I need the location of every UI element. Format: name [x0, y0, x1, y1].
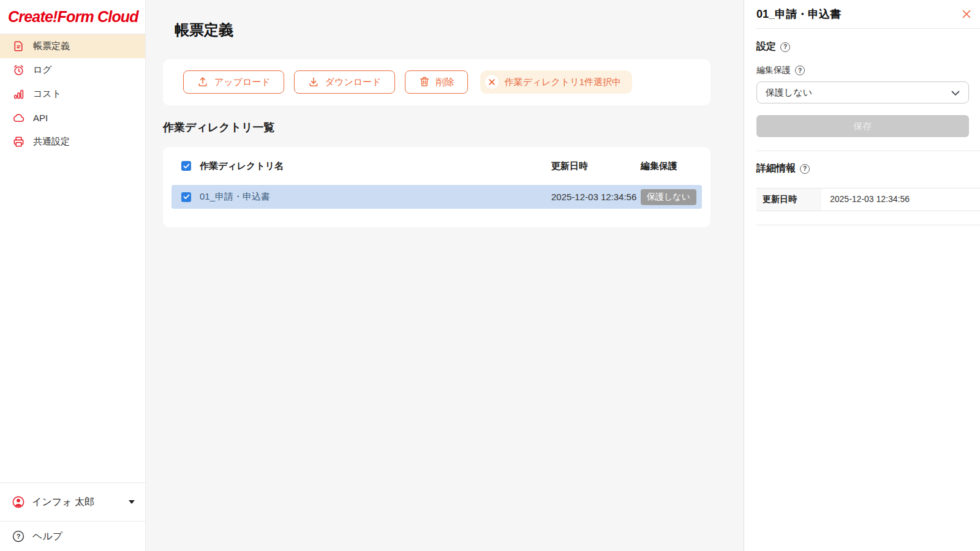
help-link[interactable]: ? ヘルプ	[0, 521, 145, 551]
details-row-label: 更新日時	[756, 189, 821, 211]
select-all-checkbox[interactable]	[181, 161, 191, 171]
detail-panel-header: 01_申請・申込書	[756, 0, 980, 29]
sidebar-item-form-definition[interactable]: 帳票定義	[0, 34, 145, 58]
sidebar-item-label: API	[33, 113, 48, 123]
detail-panel-title: 01_申請・申込書	[756, 7, 841, 21]
download-button-label: ダウンロード	[325, 77, 382, 88]
help-circle-icon: ?	[12, 530, 25, 543]
sidebar-item-cost[interactable]: コスト	[0, 82, 145, 106]
delete-button-label: 削除	[436, 77, 454, 88]
download-icon	[307, 75, 320, 89]
settings-heading: 設定	[756, 40, 776, 53]
sidebar-item-label: 帳票定義	[33, 40, 70, 52]
section-title: 作業ディレクトリ一覧	[163, 121, 744, 135]
save-button[interactable]: 保存	[756, 115, 969, 137]
svg-text:?: ?	[17, 533, 21, 540]
details-section: 詳細情報 ?	[756, 162, 980, 175]
divider	[756, 151, 980, 151]
sidebar-item-log[interactable]: ログ	[0, 58, 145, 82]
alarm-clock-icon	[12, 64, 25, 77]
selection-chip: 作業ディレクトリ1件選択中	[480, 70, 632, 94]
caret-down-icon	[129, 500, 135, 504]
sidebar-nav: 帳票定義 ログ	[0, 34, 145, 154]
chevron-down-icon	[951, 88, 960, 98]
document-icon	[12, 40, 25, 53]
app-logo[interactable]: Create!Form Cloud	[8, 8, 138, 26]
detail-panel: 01_申請・申込書 設定 ? 編集保護 ? 保護しない	[744, 0, 980, 551]
protection-select-value: 保護しない	[766, 87, 812, 99]
details-table: 更新日時 2025-12-03 12:34:56	[756, 188, 980, 211]
column-header-protection: 編集保護	[641, 160, 702, 172]
protection-select[interactable]: 保護しない	[756, 81, 969, 103]
user-avatar-icon	[12, 496, 25, 509]
app-root: Create!Form Cloud 帳票定義	[0, 0, 980, 551]
printer-icon	[12, 135, 25, 148]
sidebar-bottom: インフォ 太郎 ? ヘルプ	[0, 482, 145, 551]
user-menu[interactable]: インフォ 太郎	[0, 482, 145, 521]
working-directory-table: 作業ディレクトリ名 更新日時 編集保護 01_申請・申込書 2025-12-03…	[163, 147, 710, 227]
selection-chip-label: 作業ディレクトリ1件選択中	[505, 77, 621, 88]
sidebar-item-label: 共通設定	[33, 136, 70, 148]
close-icon[interactable]	[960, 8, 973, 20]
user-name: インフォ 太郎	[32, 496, 94, 509]
details-help-icon[interactable]: ?	[800, 164, 810, 174]
cloud-icon	[12, 111, 25, 124]
column-header-name: 作業ディレクトリ名	[200, 160, 551, 172]
table-header-row: 作業ディレクトリ名 更新日時 編集保護	[163, 147, 710, 185]
sidebar-item-api[interactable]: API	[0, 106, 145, 130]
help-label: ヘルプ	[32, 530, 62, 543]
row-updated-at: 2025-12-03 12:34:56	[551, 192, 641, 202]
protection-field-label: 編集保護	[756, 65, 791, 76]
sidebar: Create!Form Cloud 帳票定義	[0, 0, 146, 551]
row-directory-name[interactable]: 01_申請・申込書	[200, 191, 551, 203]
divider	[756, 225, 980, 225]
clear-selection-icon[interactable]	[485, 75, 499, 89]
row-checkbox[interactable]	[181, 192, 191, 202]
settings-section: 設定 ? 編集保護 ? 保護しない 保存	[756, 40, 980, 137]
details-row-value: 2025-12-03 12:34:56	[821, 189, 910, 211]
upload-icon	[197, 75, 209, 89]
download-button[interactable]: ダウンロード	[294, 70, 395, 94]
main-content: 帳票定義 アップロード ダウンロード	[146, 0, 744, 551]
settings-help-icon[interactable]: ?	[780, 42, 790, 52]
protection-badge: 保護しない	[641, 189, 696, 205]
protection-help-icon[interactable]: ?	[795, 66, 805, 75]
page-title: 帳票定義	[175, 21, 744, 39]
logo-area: Create!Form Cloud	[0, 0, 145, 34]
sidebar-item-label: コスト	[33, 88, 61, 100]
table-row[interactable]: 01_申請・申込書 2025-12-03 12:34:56 保護しない	[172, 185, 702, 209]
details-heading: 詳細情報	[756, 162, 796, 175]
delete-button[interactable]: 削除	[405, 70, 468, 94]
bar-chart-icon	[12, 88, 25, 100]
sidebar-item-label: ログ	[33, 64, 52, 76]
trash-icon	[418, 75, 431, 89]
column-header-updated: 更新日時	[551, 160, 641, 172]
sidebar-item-common-settings[interactable]: 共通設定	[0, 130, 145, 154]
upload-button[interactable]: アップロード	[183, 70, 284, 94]
upload-button-label: アップロード	[214, 77, 271, 88]
toolbar: アップロード ダウンロード	[163, 59, 710, 105]
